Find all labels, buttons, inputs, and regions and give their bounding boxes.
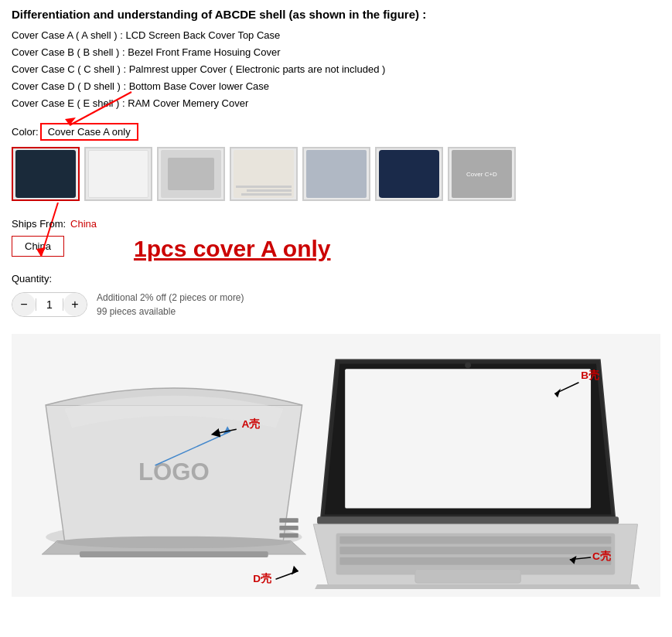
svg-rect-5 bbox=[80, 552, 268, 558]
arrow-from-thumb bbox=[35, 203, 81, 264]
thumb-4[interactable] bbox=[230, 147, 298, 201]
color-section: Color: Cover Case A only bbox=[12, 123, 660, 201]
quantity-input[interactable] bbox=[36, 298, 63, 311]
svg-marker-1 bbox=[65, 118, 76, 125]
svg-rect-8 bbox=[279, 526, 298, 530]
ships-from-label: Ships From: bbox=[12, 218, 66, 230]
svg-rect-17 bbox=[339, 537, 611, 544]
color-label: Color: bbox=[12, 126, 39, 138]
svg-line-0 bbox=[70, 92, 131, 125]
thumb-2[interactable] bbox=[84, 147, 152, 201]
thumb-7[interactable]: Cover C+D bbox=[448, 147, 516, 201]
svg-rect-9 bbox=[279, 533, 298, 538]
desc-item-c: Cover Case C ( C shell ) : Palmrest uppe… bbox=[12, 61, 660, 78]
laptop-diagram: LOGO A壳 bbox=[19, 342, 653, 589]
thumb-7-label: Cover C+D bbox=[466, 171, 497, 178]
quantity-minus-button[interactable]: − bbox=[12, 293, 36, 316]
b-shell-label: B壳 bbox=[581, 369, 599, 381]
svg-point-6 bbox=[57, 537, 291, 549]
discount-info: Additional 2% off (2 pieces or more) 99 … bbox=[97, 291, 244, 318]
svg-rect-15 bbox=[317, 517, 619, 525]
thumbnails-row: Cover C+D bbox=[12, 147, 660, 201]
svg-marker-27 bbox=[292, 566, 298, 575]
desc-item-a: Cover Case A ( A shell ) : LCD Screen Ba… bbox=[12, 27, 660, 44]
discount-text: Additional 2% off (2 pieces or more) bbox=[97, 291, 244, 305]
quantity-label: Quantity: bbox=[12, 273, 660, 284]
svg-rect-19 bbox=[339, 557, 611, 565]
thumb-1[interactable] bbox=[12, 147, 80, 201]
d-shell-label: D壳 bbox=[253, 573, 271, 585]
arrow-to-badge bbox=[54, 88, 147, 131]
page-wrapper: Differentiation and understanding of ABC… bbox=[0, 0, 672, 605]
svg-rect-7 bbox=[279, 519, 298, 523]
big-red-text: 1pcs cover A only bbox=[134, 236, 331, 261]
ships-from-section: Ships From: China bbox=[12, 218, 660, 230]
svg-rect-13 bbox=[345, 370, 591, 509]
c-shell-label: C壳 bbox=[592, 550, 611, 562]
thumb-5[interactable] bbox=[302, 147, 370, 201]
svg-rect-20 bbox=[415, 570, 521, 584]
thumb-6[interactable] bbox=[375, 147, 443, 201]
logo-text: LOGO bbox=[138, 459, 210, 486]
color-row: Color: Cover Case A only bbox=[12, 123, 660, 141]
quantity-stepper: − + bbox=[12, 292, 87, 317]
quantity-plus-button[interactable]: + bbox=[63, 293, 87, 316]
diagram-section: LOGO A壳 bbox=[12, 334, 660, 597]
a-shell-label: A壳 bbox=[242, 418, 261, 431]
svg-point-14 bbox=[465, 363, 471, 369]
quantity-row: − + Additional 2% off (2 pieces or more)… bbox=[12, 291, 660, 318]
ships-from-value: China bbox=[70, 218, 97, 230]
available-text: 99 pieces available bbox=[97, 305, 244, 318]
svg-marker-3 bbox=[36, 247, 46, 257]
ship-option-row: China 1pcs cover A only bbox=[12, 236, 660, 262]
left-laptop: LOGO bbox=[42, 389, 305, 558]
svg-rect-18 bbox=[339, 547, 611, 555]
big-text-section: 1pcs cover A only bbox=[134, 236, 331, 262]
thumb-3[interactable] bbox=[157, 147, 225, 201]
desc-item-b: Cover Case B ( B shell ) : Bezel Front F… bbox=[12, 44, 660, 61]
quantity-section: Quantity: − + Additional 2% off (2 piece… bbox=[12, 273, 660, 318]
page-title: Differentiation and understanding of ABC… bbox=[12, 8, 660, 21]
